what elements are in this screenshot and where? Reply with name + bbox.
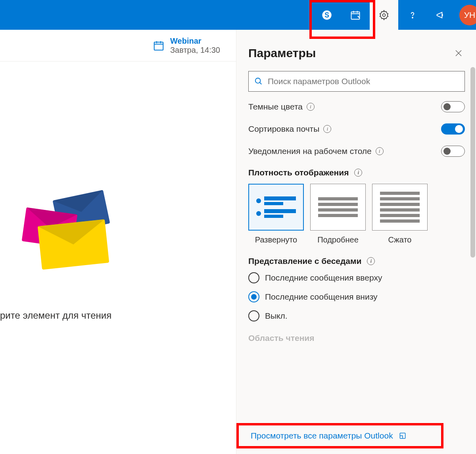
skype-icon[interactable]: S — [313, 0, 341, 30]
popout-icon — [399, 432, 407, 440]
focused-inbox-label: Сортировка почты — [248, 124, 319, 134]
density-section-title: Плотность отображения — [248, 168, 349, 177]
svg-point-4 — [412, 17, 413, 18]
dark-mode-label: Темные цвета — [248, 102, 303, 112]
density-label-1: Подробнее — [310, 235, 366, 244]
view-all-settings-link[interactable]: Просмотреть все параметры Outlook — [248, 426, 465, 445]
reading-pane: Webinar Завтра, 14:30 рите элемент для ч… — [0, 30, 236, 454]
density-option-compact[interactable] — [372, 184, 428, 231]
svg-rect-2 — [351, 12, 360, 19]
info-icon[interactable]: i — [376, 147, 384, 155]
conv-option-off[interactable]: Выкл. — [248, 310, 465, 321]
density-option-medium[interactable] — [310, 184, 366, 231]
svg-rect-5 — [154, 42, 163, 50]
info-icon[interactable]: i — [367, 257, 375, 265]
density-option-full[interactable] — [248, 184, 304, 231]
search-input[interactable] — [268, 77, 459, 86]
density-label-0: Развернуто — [248, 235, 304, 244]
desktop-notifications-toggle[interactable] — [441, 146, 465, 157]
reminder-subtitle: Завтра, 14:30 — [170, 46, 220, 55]
avatar[interactable]: УН — [459, 5, 476, 25]
help-icon[interactable] — [398, 0, 427, 30]
close-icon[interactable] — [452, 47, 465, 60]
app-header: S УН — [0, 0, 476, 30]
dark-mode-toggle[interactable] — [441, 101, 465, 112]
conv-option-newest-top[interactable]: Последние сообщения вверху — [248, 272, 465, 283]
reminder-title: Webinar — [170, 37, 220, 46]
settings-icon[interactable] — [370, 0, 398, 30]
empty-state-text: рите элемент для чтения — [0, 310, 111, 321]
reading-pane-section-title: Область чтения — [248, 333, 465, 343]
megaphone-icon[interactable] — [427, 0, 455, 30]
scrollbar-thumb[interactable] — [470, 67, 475, 258]
search-icon — [254, 77, 263, 86]
svg-point-3 — [383, 13, 386, 16]
focused-inbox-toggle[interactable] — [441, 123, 465, 135]
calendar-quick-icon[interactable] — [341, 0, 370, 30]
svg-text:S: S — [324, 11, 329, 19]
settings-panel: Параметры Темные цвета i Сортировка почт… — [236, 30, 476, 454]
info-icon[interactable]: i — [323, 125, 331, 133]
conv-option-newest-bottom[interactable]: Последние сообщения внизу — [248, 291, 465, 302]
calendar-reminder[interactable]: Webinar Завтра, 14:30 — [0, 30, 236, 62]
empty-illustration — [12, 195, 115, 274]
panel-title: Параметры — [248, 46, 316, 60]
info-icon[interactable]: i — [354, 169, 362, 177]
density-label-2: Сжато — [372, 235, 428, 244]
settings-search[interactable] — [248, 71, 465, 92]
svg-point-6 — [255, 78, 261, 83]
info-icon[interactable]: i — [307, 103, 315, 111]
conversation-view-title: Представление с беседами — [248, 256, 361, 266]
desktop-notifications-label: Уведомления на рабочем столе — [248, 146, 372, 156]
calendar-icon — [153, 40, 165, 52]
